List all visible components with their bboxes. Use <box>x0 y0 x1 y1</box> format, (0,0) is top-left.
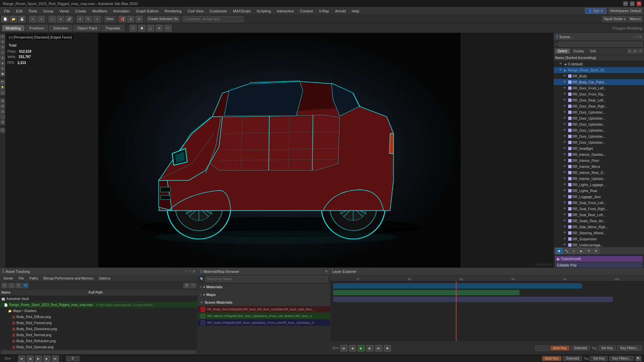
transport-next-frame[interactable]: ⏭ <box>375 345 382 352</box>
menu-rendering[interactable]: Rendering <box>162 8 184 14</box>
scene-item-headlight[interactable]: 👁 RR_headlight <box>554 145 644 152</box>
at-menu-server[interactable]: Server <box>1 276 15 281</box>
at-row-vault[interactable]: 🏢 Autodesk Vault <box>0 296 198 302</box>
auto-key-btn[interactable]: Auto Key <box>550 346 570 351</box>
mb-item-body-red[interactable]: RR_Body_Red (VRayMtl) [RR_back_left_door… <box>198 306 330 313</box>
tab-populate[interactable]: Populate <box>102 25 124 31</box>
tab-modeling[interactable]: Modeling <box>2 25 24 31</box>
move-btn[interactable]: ✛ <box>76 16 84 22</box>
at-help-btn[interactable]: ? <box>190 283 196 288</box>
snap-btn[interactable]: 🧲 <box>119 16 126 22</box>
menu-scripting[interactable]: Scripting <box>254 8 274 14</box>
new-btn[interactable]: 📄 <box>1 16 9 22</box>
scene-item-upholster6[interactable]: 👁 RR_Door_Upholster... <box>554 139 644 145</box>
lt-light[interactable]: 💡 <box>0 85 5 90</box>
menu-edit[interactable]: Edit <box>13 8 25 14</box>
lt-tool15[interactable]: ⬛ <box>0 115 5 119</box>
modeling-tool2[interactable]: ⬢ <box>138 25 146 32</box>
lt-tool6[interactable]: ◈ <box>0 61 5 66</box>
mod-tab-utilities[interactable]: ⚙ <box>593 248 599 254</box>
menu-animation[interactable]: Animation <box>111 8 132 14</box>
open-btn[interactable]: 📂 <box>10 16 17 22</box>
viewport[interactable]: [+] [Perspective] [Standard] [Edged Face… <box>5 33 553 267</box>
lt-tool11[interactable]: ⬡ <box>0 90 5 95</box>
transport-prev[interactable]: ◀ <box>349 345 356 352</box>
mb-item-seats[interactable]: RR_Seats (VRayMtl) [RR_Door_Upholstery_F… <box>198 319 330 326</box>
mb-close-btn[interactable]: ✕ <box>325 269 328 274</box>
menu-maxscript[interactable]: MAXScript <box>230 8 253 14</box>
at-menu-paths[interactable]: Paths <box>28 276 40 281</box>
menu-vray[interactable]: V-Ray <box>316 8 332 14</box>
at-settings-btn[interactable]: ⚙ <box>183 283 190 288</box>
scene-item-rangerover[interactable]: 👁 ▶ Range_Rover_Sport_20... <box>554 67 644 73</box>
lt-scale[interactable]: ⤢ <box>0 50 5 55</box>
at-row-gloss[interactable]: 🖼 Body_Red_Glossiness.png <box>0 326 198 332</box>
scene-item-rrbody[interactable]: 👁 RR_Body <box>554 73 644 79</box>
timeline-playhead[interactable] <box>456 281 457 341</box>
at-row-maps[interactable]: 📁 Maps / Shaders <box>0 308 198 314</box>
menu-file[interactable]: File <box>1 8 13 14</box>
scene-item-seat-front-right[interactable]: 👁 RR_Seat_Front_Righ... <box>554 206 644 212</box>
link-btn[interactable]: 🔗 <box>65 16 73 22</box>
scene-item-rrdoorrearleft[interactable]: 👁 RR_Door_Rear_Left... <box>554 97 644 103</box>
auto-record-btn[interactable]: Auto Key <box>542 356 562 361</box>
modeling-tool1[interactable]: ⬡ <box>129 25 137 32</box>
macro-btn[interactable]: Macro1 <box>628 16 643 22</box>
percent-snap-btn[interactable]: % <box>136 16 143 22</box>
sb-next[interactable]: ▶ <box>43 355 51 362</box>
at-min-btn[interactable]: ─ <box>185 269 187 274</box>
mod-tab-display[interactable]: 👁 <box>585 248 592 254</box>
scene-tab-edit[interactable]: Edit <box>588 49 599 54</box>
mb-materials-header[interactable]: + + Materials <box>198 283 330 291</box>
at-row-specular[interactable]: 🖼 Body_Red_Specular.png <box>0 344 198 349</box>
sb-prev-frame[interactable]: ⏮ <box>18 355 25 362</box>
menu-civil-view[interactable]: Civil View <box>185 8 206 14</box>
sb-next-frame[interactable]: ⏭ <box>52 355 59 362</box>
menu-interactive[interactable]: Interactive <box>274 8 297 14</box>
scene-btn1[interactable]: ⊕ <box>627 49 632 54</box>
modeling-tool5[interactable]: ✂ <box>164 25 172 32</box>
at-btn1[interactable]: ↻ <box>1 283 7 288</box>
mb-item-interior[interactable]: RR_Interior (VRayMtl) [RR_Door_Upholster… <box>198 313 330 319</box>
scene-item-rrbodypaint[interactable]: 👁 RR_Body_Car_Paint... <box>554 79 644 85</box>
undo-btn[interactable]: ↩ <box>29 16 37 22</box>
workspace-selector[interactable]: Workspaces: Default <box>608 8 643 14</box>
scene-min-btn[interactable]: ─ <box>633 35 635 39</box>
scene-item-upholster2[interactable]: 👁 RR_Door_Upholster... <box>554 115 644 121</box>
set-key-btn[interactable]: Set Key <box>598 346 616 351</box>
menu-views[interactable]: Views <box>57 8 72 14</box>
at-btn4[interactable]: ⊞ <box>22 283 29 288</box>
at-btn3[interactable]: ≡ <box>15 283 21 288</box>
sb-key-filters[interactable]: Key Filters... <box>609 356 634 361</box>
menu-help[interactable]: Help <box>349 8 362 14</box>
sb-play[interactable]: ▶ <box>35 355 42 362</box>
lt-tool12[interactable]: ⊞ <box>0 99 5 103</box>
transport-prev-frame[interactable]: ⏮ <box>340 345 347 352</box>
mod-tab-modify[interactable]: 🔧 <box>563 248 570 254</box>
scene-item-upholster1[interactable]: 👁 RR_Door_Upholster... <box>554 109 644 115</box>
editable-poly-modifier[interactable]: Editable Poly <box>555 262 643 267</box>
frame-input[interactable] <box>66 356 79 361</box>
at-max-btn[interactable]: □ <box>189 269 191 274</box>
menu-graph-editors[interactable]: Graph Editors <box>133 8 161 14</box>
scene-item-intupholst[interactable]: 👁 RR_Interior_Upholst... <box>554 176 644 182</box>
maximize-btn[interactable]: □ <box>630 1 635 6</box>
lt-tool16[interactable]: ⊗ <box>0 120 5 125</box>
scene-item-upholster5[interactable]: 👁 RR_Door_Upholster... <box>554 133 644 139</box>
scene-item-upholster3[interactable]: 👁 RR_Door_Upholster... <box>554 121 644 127</box>
select-btn[interactable]: ⊹ <box>49 16 56 22</box>
scene-item-floor[interactable]: 👁 RR_Interior_Floor <box>554 158 644 164</box>
menu-group[interactable]: Group <box>40 8 56 14</box>
lt-tool13[interactable]: ⊟ <box>0 104 5 109</box>
scene-restore-btn[interactable]: □ <box>636 35 638 39</box>
close-btn[interactable]: ✕ <box>637 1 641 6</box>
at-row-refraction[interactable]: 🖼 Body_Red_Refraction.png <box>0 338 198 344</box>
scene-close-btn[interactable]: ✕ <box>639 35 642 39</box>
select-name-btn[interactable]: ✦ <box>57 16 64 22</box>
tab-selection[interactable]: Selection <box>49 25 72 31</box>
time-value-input[interactable]: 0 <box>535 346 549 351</box>
lt-filter[interactable]: ▽ <box>0 128 5 133</box>
transport-play[interactable]: ▶ <box>358 345 365 352</box>
lt-tool14[interactable]: ◎ <box>0 109 5 114</box>
scene-item-rrdoorfrontleft[interactable]: 👁 RR_Door_Front_Left... <box>554 85 644 91</box>
